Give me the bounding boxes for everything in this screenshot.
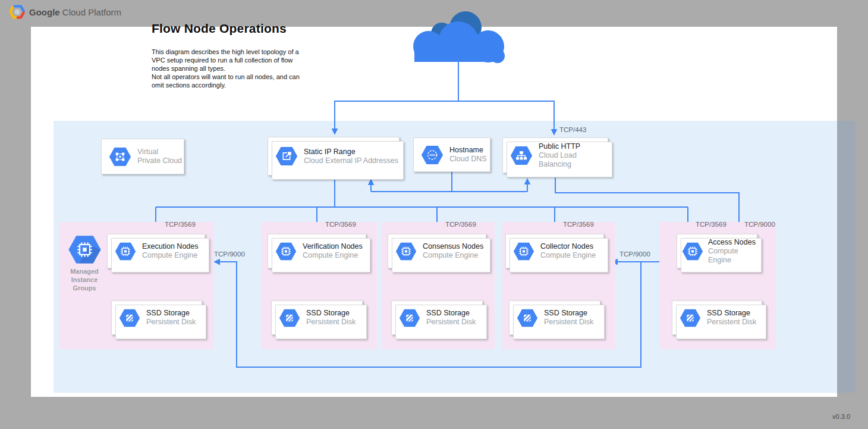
port-label-tcp443: TCP/443 xyxy=(559,126,586,133)
card-subtitle: Compute Engine xyxy=(423,251,483,260)
diagram-canvas: Google Cloud Platform Flow Node Operatio… xyxy=(0,0,868,429)
card-subtitle: Compute Engine xyxy=(142,251,199,260)
card-title: SSD Storage xyxy=(544,309,593,318)
verification-nodes-card: Verification Nodes Compute Engine xyxy=(268,234,366,268)
card-title: SSD Storage xyxy=(426,309,476,318)
ssd-storage-card-execution: SSD Storage Persistent Disk xyxy=(111,300,202,335)
public-http-card: Public HTTP Cloud Load Balancing xyxy=(502,137,608,173)
card-subtitle: Cloud External IP Addresses xyxy=(304,156,398,165)
card-title: SSD Storage xyxy=(146,309,196,318)
brand-text: Google Cloud Platform xyxy=(29,7,121,17)
ssd-storage-card-consensus: SSD Storage Persistent Disk xyxy=(391,300,483,335)
managed-instance-groups-label: Managed Instance Groups xyxy=(59,267,110,292)
external-ip-icon xyxy=(275,146,298,166)
ssd-storage-card-access: SSD Storage Persistent Disk xyxy=(672,300,762,335)
card-subtitle: Persistent Disk xyxy=(426,318,476,327)
vpc-icon xyxy=(109,147,131,167)
access-nodes-card: Access Nodes Compute Engine xyxy=(677,234,757,268)
managed-instance-groups-icon xyxy=(68,235,102,264)
compute-engine-icon xyxy=(395,242,417,261)
internet-cloud-icon xyxy=(406,7,513,67)
card-title: Execution Nodes xyxy=(142,242,199,251)
port-label-tcp3569-verification: TCP/3569 xyxy=(325,221,356,228)
persistent-disk-icon xyxy=(119,309,140,327)
compute-engine-icon xyxy=(115,242,136,261)
persistent-disk-icon xyxy=(279,309,300,327)
static-ip-range-card: Static IP Range Cloud External IP Addres… xyxy=(268,137,400,176)
port-label-tcp9000-access: TCP/9000 xyxy=(744,221,775,228)
brand-google: Google xyxy=(29,7,60,17)
card-title: Public HTTP xyxy=(539,142,608,151)
compute-engine-icon xyxy=(513,242,534,261)
port-label-tcp9000-execution-loop: TCP/9000 xyxy=(214,250,245,258)
card-title: Consensus Nodes xyxy=(423,242,483,251)
port-label-tcp9000-collector-loop: TCP/9000 xyxy=(619,250,650,258)
persistent-disk-icon xyxy=(680,309,701,327)
card-title: Collector Nodes xyxy=(540,242,596,251)
card-title: Access Nodes xyxy=(708,238,757,247)
load-balancer-icon xyxy=(510,146,533,165)
card-title: SSD Storage xyxy=(707,309,756,318)
card-subtitle: Persistent Disk xyxy=(544,318,593,327)
card-subtitle: Private Cloud xyxy=(137,156,182,165)
vpc-zone-offpage-dim xyxy=(837,121,856,393)
collector-nodes-card: Collector Nodes Compute Engine xyxy=(505,234,604,268)
port-label-tcp3569-consensus: TCP/3569 xyxy=(445,221,476,228)
compute-engine-icon xyxy=(682,242,703,261)
page-description: This diagram describes the high level to… xyxy=(152,48,330,89)
gcp-brand: Google Cloud Platform xyxy=(10,5,121,19)
consensus-nodes-card: Consensus Nodes Compute Engine xyxy=(388,234,486,268)
ssd-storage-card-verification: SSD Storage Persistent Disk xyxy=(271,300,363,335)
card-title: SSD Storage xyxy=(306,309,356,318)
card-subtitle: Persistent Disk xyxy=(306,318,356,327)
card-subtitle: Compute Engine xyxy=(708,247,757,265)
card-title: Hostname xyxy=(449,146,487,155)
ssd-storage-card-collector: SSD Storage Persistent Disk xyxy=(509,300,600,335)
persistent-disk-icon xyxy=(399,309,420,327)
gcp-logo-icon xyxy=(10,5,25,19)
card-title: Verification Nodes xyxy=(303,242,363,251)
page-title: Flow Node Operations xyxy=(152,21,287,36)
card-title: Virtual xyxy=(137,148,182,156)
port-label-tcp3569-execution: TCP/3569 xyxy=(165,221,196,228)
virtual-private-cloud-card: Virtual Private Cloud xyxy=(101,139,184,174)
persistent-disk-icon xyxy=(517,309,538,327)
port-label-tcp3569-collector: TCP/3569 xyxy=(563,221,594,228)
card-subtitle: Compute Engine xyxy=(540,251,596,260)
card-subtitle: Cloud DNS xyxy=(449,155,487,164)
hostname-card: DNS Hostname Cloud DNS xyxy=(413,137,490,172)
card-subtitle: Cloud Load Balancing xyxy=(539,151,608,169)
card-subtitle: Compute Engine xyxy=(303,251,363,260)
compute-engine-icon xyxy=(275,242,297,261)
card-subtitle: Persistent Disk xyxy=(707,318,756,327)
svg-text:DNS: DNS xyxy=(429,154,435,156)
version-label: v0.3.0 xyxy=(832,413,850,420)
card-title: Static IP Range xyxy=(304,148,398,156)
cloud-dns-icon: DNS xyxy=(421,145,444,165)
card-subtitle: Persistent Disk xyxy=(146,318,196,327)
execution-nodes-card: Execution Nodes Compute Engine xyxy=(107,234,205,268)
port-label-tcp3569-access: TCP/3569 xyxy=(696,221,727,228)
brand-cloud-platform: Cloud Platform xyxy=(60,7,121,17)
